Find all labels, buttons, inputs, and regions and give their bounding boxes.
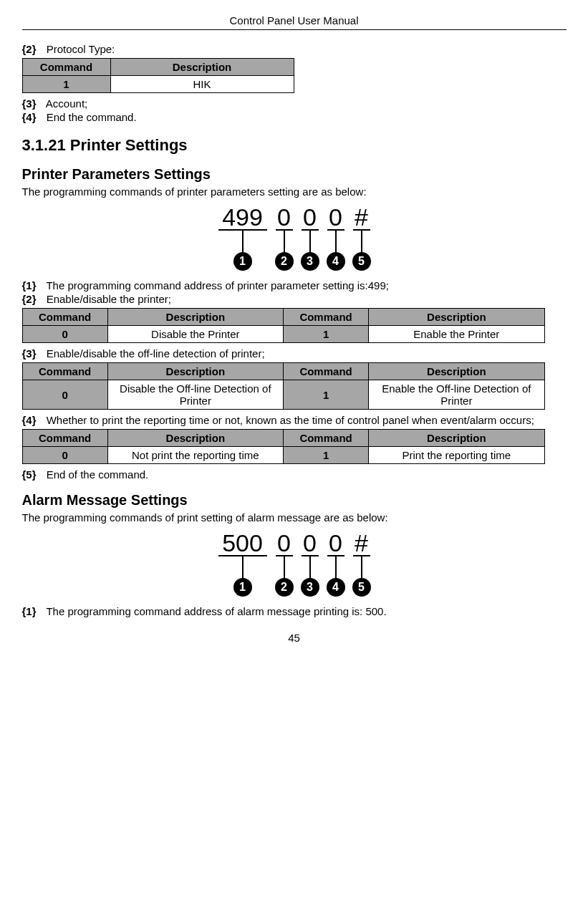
command-diagram-499: 499 0 0 0 # 1 2 3 4 5 [187, 205, 402, 271]
diagram-part: 500 [214, 531, 271, 555]
printer-enable-table: Command Description Command Description … [22, 308, 545, 343]
printer-item: {5} End of the command. [22, 468, 567, 481]
printer-item: {4} Whether to print the reporting time … [22, 414, 567, 426]
table-header: Description [369, 363, 544, 380]
item-tag: {3} [22, 97, 44, 110]
table-cell: 1 [22, 76, 110, 93]
item-text: Enable/disable the printer; [47, 293, 171, 305]
table-cell: HIK [110, 76, 294, 93]
subsection-heading: Printer Parameters Settings [22, 166, 567, 183]
diagram-bubble: 1 [233, 578, 252, 597]
item-text: Protocol Type: [47, 43, 115, 55]
alarm-item: {1} The programming command address of a… [22, 605, 567, 617]
printer-item: {3} Enable/disable the off-line detectio… [22, 347, 567, 360]
table-cell: Disable the Printer [107, 326, 283, 343]
table-cell: 1 [283, 447, 368, 464]
diagram-part: 0 [323, 205, 349, 229]
item-text: The programming command address of print… [46, 279, 389, 291]
intro-text: The programming commands of printer para… [22, 185, 567, 198]
section-heading: 3.1.21 Printer Settings [22, 136, 567, 155]
table-header: Description [107, 363, 283, 380]
item-text: End of the command. [47, 468, 149, 481]
table-cell: 1 [283, 326, 368, 343]
diagram-bubble: 5 [352, 252, 371, 271]
printer-item: {1} The programming command address of p… [22, 279, 567, 291]
diagram-bubble: 2 [275, 252, 294, 271]
item-tag: {1} [22, 605, 44, 617]
diagram-bubble: 2 [275, 578, 294, 597]
table-cell: Not print the reporting time [107, 447, 283, 464]
table-header: Command [22, 363, 107, 380]
item-tag: {5} [22, 468, 44, 481]
item-end-command: {4} End the command. [22, 111, 567, 123]
diagram-bubble: 3 [301, 578, 319, 597]
table-header: Description [369, 430, 544, 447]
intro-text: The programming commands of print settin… [22, 511, 567, 524]
table-header: Description [107, 430, 283, 447]
diagram-part: 0 [297, 531, 323, 555]
table-cell: 0 [22, 326, 107, 343]
diagram-part: 0 [323, 531, 349, 555]
table-cell: Enable the Printer [369, 326, 544, 343]
header-title: Control Panel User Manual [22, 14, 567, 30]
table-header: Command [22, 430, 107, 447]
item-account: {3} Account; [22, 97, 567, 110]
item-text: End the command. [47, 111, 137, 123]
item-tag: {2} [22, 43, 44, 55]
diagram-bubble: 3 [301, 252, 319, 271]
table-cell: Enable the Off-line Detection of Printer [369, 380, 544, 410]
printer-item: {2} Enable/disable the printer; [22, 293, 567, 305]
diagram-bubble: 5 [352, 578, 371, 597]
table-header: Description [369, 309, 544, 326]
diagram-part: 0 [271, 531, 297, 555]
subsection-heading: Alarm Message Settings [22, 492, 567, 508]
command-diagram-500: 500 0 0 0 # 1 2 3 4 5 [187, 531, 402, 597]
item-tag: {4} [22, 111, 44, 123]
item-text: Whether to print the reporting time or n… [47, 414, 534, 426]
diagram-part: # [349, 205, 375, 229]
diagram-bubble: 4 [327, 252, 345, 271]
diagram-part: # [349, 531, 375, 555]
table-cell: 1 [283, 380, 368, 410]
table-cell: 0 [22, 380, 107, 410]
item-tag: {2} [22, 293, 44, 305]
item-text: Account; [46, 97, 87, 110]
diagram-bubble: 4 [327, 578, 345, 597]
table-header: Command [22, 309, 107, 326]
table-header: Command [22, 59, 110, 76]
item-text: Enable/disable the off-line detection of… [47, 347, 265, 360]
diagram-bubble: 1 [233, 252, 252, 271]
diagram-part: 0 [297, 205, 323, 229]
table-header: Command [283, 309, 368, 326]
item-tag: {1} [22, 279, 44, 291]
item-text: The programming command address of alarm… [46, 605, 386, 617]
item-tag: {3} [22, 347, 44, 360]
table-header: Command [283, 430, 368, 447]
page-number: 45 [22, 632, 567, 644]
table-cell: Print the reporting time [369, 447, 544, 464]
item-protocol-type: {2} Protocol Type: [22, 43, 567, 55]
diagram-part: 0 [271, 205, 297, 229]
printer-offline-table: Command Description Command Description … [22, 362, 545, 410]
table-header: Command [283, 363, 368, 380]
diagram-part: 499 [214, 205, 271, 229]
table-cell: Disable the Off-line Detection of Printe… [107, 380, 283, 410]
printer-report-time-table: Command Description Command Description … [22, 429, 545, 464]
item-tag: {4} [22, 414, 44, 426]
table-header: Description [107, 309, 283, 326]
protocol-type-table: Command Description 1 HIK [22, 58, 294, 93]
table-header: Description [110, 59, 294, 76]
table-cell: 0 [22, 447, 107, 464]
